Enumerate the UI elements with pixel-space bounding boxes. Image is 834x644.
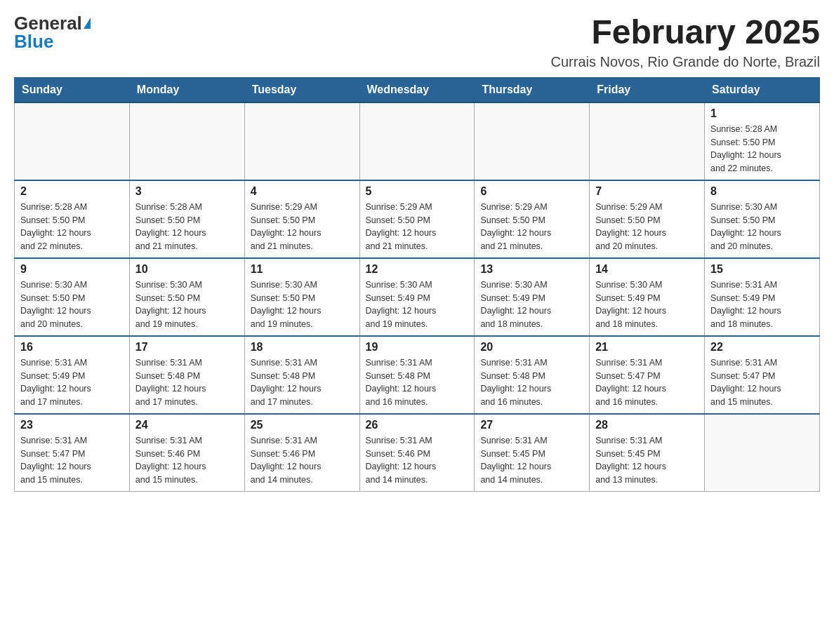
calendar-cell: 21Sunrise: 5:31 AMSunset: 5:47 PMDayligh…: [590, 336, 705, 414]
day-info: Sunrise: 5:30 AMSunset: 5:49 PMDaylight:…: [480, 279, 583, 331]
weekday-header-sunday: Sunday: [15, 77, 130, 102]
calendar-cell: 20Sunrise: 5:31 AMSunset: 5:48 PMDayligh…: [475, 336, 590, 414]
calendar-cell: 8Sunrise: 5:30 AMSunset: 5:50 PMDaylight…: [705, 180, 820, 258]
day-info: Sunrise: 5:30 AMSunset: 5:50 PMDaylight:…: [251, 279, 354, 331]
day-number: 11: [251, 263, 354, 276]
calendar-cell: 22Sunrise: 5:31 AMSunset: 5:47 PMDayligh…: [705, 336, 820, 414]
calendar-week-row: 23Sunrise: 5:31 AMSunset: 5:47 PMDayligh…: [15, 414, 820, 492]
day-info: Sunrise: 5:31 AMSunset: 5:49 PMDaylight:…: [710, 279, 814, 331]
day-info: Sunrise: 5:30 AMSunset: 5:50 PMDaylight:…: [20, 279, 124, 331]
calendar-cell: 28Sunrise: 5:31 AMSunset: 5:45 PMDayligh…: [590, 414, 705, 492]
day-info: Sunrise: 5:31 AMSunset: 5:45 PMDaylight:…: [595, 434, 699, 487]
day-number: 14: [595, 263, 699, 276]
calendar-cell: 2Sunrise: 5:28 AMSunset: 5:50 PMDaylight…: [15, 180, 130, 258]
day-number: 15: [710, 263, 814, 276]
calendar-cell: 15Sunrise: 5:31 AMSunset: 5:49 PMDayligh…: [705, 258, 820, 336]
day-number: 3: [135, 185, 239, 198]
logo-general-text: General: [14, 14, 82, 32]
day-info: Sunrise: 5:30 AMSunset: 5:49 PMDaylight:…: [595, 279, 699, 331]
calendar-cell: 1Sunrise: 5:28 AMSunset: 5:50 PMDaylight…: [705, 102, 820, 180]
day-number: 22: [710, 341, 814, 354]
calendar-cell: 16Sunrise: 5:31 AMSunset: 5:49 PMDayligh…: [15, 336, 130, 414]
day-info: Sunrise: 5:28 AMSunset: 5:50 PMDaylight:…: [20, 201, 124, 253]
day-info: Sunrise: 5:31 AMSunset: 5:45 PMDaylight:…: [480, 434, 583, 487]
calendar-cell: 3Sunrise: 5:28 AMSunset: 5:50 PMDaylight…: [129, 180, 244, 258]
calendar-cell: 23Sunrise: 5:31 AMSunset: 5:47 PMDayligh…: [15, 414, 130, 492]
day-info: Sunrise: 5:31 AMSunset: 5:46 PMDaylight:…: [135, 434, 239, 487]
day-number: 25: [251, 419, 354, 431]
day-number: 20: [480, 341, 583, 354]
calendar-cell: 26Sunrise: 5:31 AMSunset: 5:46 PMDayligh…: [359, 414, 475, 492]
day-number: 17: [135, 341, 239, 354]
calendar-cell: 10Sunrise: 5:30 AMSunset: 5:50 PMDayligh…: [129, 258, 244, 336]
day-number: 8: [710, 185, 814, 198]
logo-blue-text: Blue: [14, 32, 53, 51]
page-header: General Blue February 2025 Currais Novos…: [14, 14, 820, 70]
month-title: February 2025: [551, 14, 820, 51]
day-number: 5: [366, 185, 469, 198]
calendar-cell: 13Sunrise: 5:30 AMSunset: 5:49 PMDayligh…: [475, 258, 590, 336]
calendar-cell: 24Sunrise: 5:31 AMSunset: 5:46 PMDayligh…: [129, 414, 244, 492]
day-info: Sunrise: 5:31 AMSunset: 5:48 PMDaylight:…: [366, 356, 469, 409]
calendar-cell: 4Sunrise: 5:29 AMSunset: 5:50 PMDaylight…: [244, 180, 359, 258]
day-number: 23: [20, 419, 124, 431]
day-number: 13: [480, 263, 583, 276]
day-number: 1: [710, 107, 814, 120]
calendar-cell: [15, 102, 130, 180]
day-number: 10: [135, 263, 239, 276]
calendar-cell: 11Sunrise: 5:30 AMSunset: 5:50 PMDayligh…: [244, 258, 359, 336]
calendar-week-row: 2Sunrise: 5:28 AMSunset: 5:50 PMDaylight…: [15, 180, 820, 258]
calendar-cell: 18Sunrise: 5:31 AMSunset: 5:48 PMDayligh…: [244, 336, 359, 414]
calendar-cell: 19Sunrise: 5:31 AMSunset: 5:48 PMDayligh…: [359, 336, 475, 414]
calendar-cell: 7Sunrise: 5:29 AMSunset: 5:50 PMDaylight…: [590, 180, 705, 258]
day-info: Sunrise: 5:31 AMSunset: 5:47 PMDaylight:…: [20, 434, 124, 487]
day-info: Sunrise: 5:29 AMSunset: 5:50 PMDaylight:…: [251, 201, 354, 253]
day-number: 4: [251, 185, 354, 198]
day-info: Sunrise: 5:31 AMSunset: 5:46 PMDaylight:…: [251, 434, 354, 487]
day-number: 6: [480, 185, 583, 198]
calendar-cell: 12Sunrise: 5:30 AMSunset: 5:49 PMDayligh…: [359, 258, 475, 336]
day-info: Sunrise: 5:31 AMSunset: 5:47 PMDaylight:…: [595, 356, 699, 409]
calendar-header-row: SundayMondayTuesdayWednesdayThursdayFrid…: [15, 77, 820, 102]
day-number: 7: [595, 185, 699, 198]
day-info: Sunrise: 5:31 AMSunset: 5:48 PMDaylight:…: [480, 356, 583, 409]
day-number: 12: [366, 263, 469, 276]
weekday-header-friday: Friday: [590, 77, 705, 102]
calendar-cell: 17Sunrise: 5:31 AMSunset: 5:48 PMDayligh…: [129, 336, 244, 414]
day-number: 9: [20, 263, 124, 276]
calendar-cell: 25Sunrise: 5:31 AMSunset: 5:46 PMDayligh…: [244, 414, 359, 492]
calendar-cell: 9Sunrise: 5:30 AMSunset: 5:50 PMDaylight…: [15, 258, 130, 336]
weekday-header-thursday: Thursday: [475, 77, 590, 102]
weekday-header-saturday: Saturday: [705, 77, 820, 102]
weekday-header-monday: Monday: [129, 77, 244, 102]
logo: General Blue: [14, 14, 91, 51]
calendar-cell: [359, 102, 475, 180]
calendar-week-row: 16Sunrise: 5:31 AMSunset: 5:49 PMDayligh…: [15, 336, 820, 414]
calendar-cell: [705, 414, 820, 492]
calendar-cell: 14Sunrise: 5:30 AMSunset: 5:49 PMDayligh…: [590, 258, 705, 336]
weekday-header-wednesday: Wednesday: [359, 77, 475, 102]
calendar-table: SundayMondayTuesdayWednesdayThursdayFrid…: [14, 77, 820, 492]
day-info: Sunrise: 5:31 AMSunset: 5:49 PMDaylight:…: [20, 356, 124, 409]
calendar-cell: 5Sunrise: 5:29 AMSunset: 5:50 PMDaylight…: [359, 180, 475, 258]
calendar-cell: 6Sunrise: 5:29 AMSunset: 5:50 PMDaylight…: [475, 180, 590, 258]
day-info: Sunrise: 5:30 AMSunset: 5:50 PMDaylight:…: [135, 279, 239, 331]
day-number: 16: [20, 341, 124, 354]
day-info: Sunrise: 5:28 AMSunset: 5:50 PMDaylight:…: [710, 123, 814, 175]
calendar-week-row: 1Sunrise: 5:28 AMSunset: 5:50 PMDaylight…: [15, 102, 820, 180]
day-info: Sunrise: 5:29 AMSunset: 5:50 PMDaylight:…: [480, 201, 583, 253]
calendar-cell: 27Sunrise: 5:31 AMSunset: 5:45 PMDayligh…: [475, 414, 590, 492]
day-number: 27: [480, 419, 583, 431]
logo-triangle-icon: [84, 18, 91, 29]
day-info: Sunrise: 5:31 AMSunset: 5:48 PMDaylight:…: [135, 356, 239, 409]
day-number: 26: [366, 419, 469, 431]
day-info: Sunrise: 5:29 AMSunset: 5:50 PMDaylight:…: [366, 201, 469, 253]
day-number: 28: [595, 419, 699, 431]
day-info: Sunrise: 5:29 AMSunset: 5:50 PMDaylight:…: [595, 201, 699, 253]
day-info: Sunrise: 5:30 AMSunset: 5:49 PMDaylight:…: [366, 279, 469, 331]
weekday-header-tuesday: Tuesday: [244, 77, 359, 102]
day-info: Sunrise: 5:28 AMSunset: 5:50 PMDaylight:…: [135, 201, 239, 253]
calendar-cell: [590, 102, 705, 180]
day-number: 19: [366, 341, 469, 354]
day-number: 24: [135, 419, 239, 431]
